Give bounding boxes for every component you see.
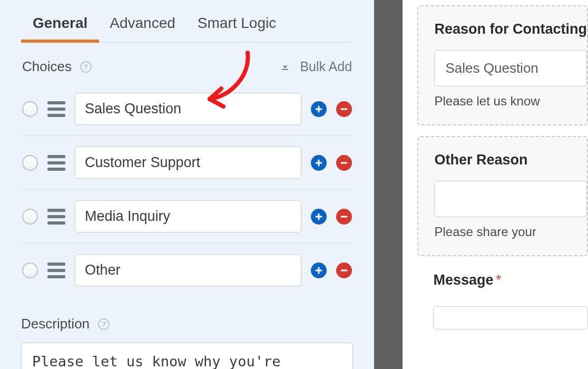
help-icon[interactable]: ? (80, 61, 92, 73)
remove-choice-button[interactable] (336, 101, 352, 117)
preview-hint: Please let us know (434, 94, 587, 109)
download-icon (280, 61, 290, 73)
field-options-panel: General Advanced Smart Logic Choices ? B… (0, 0, 374, 369)
required-star-icon: * (496, 272, 502, 288)
choice-list (21, 82, 353, 297)
choice-row (21, 190, 353, 244)
choices-label: Choices (22, 59, 72, 75)
choice-input[interactable] (75, 254, 301, 286)
default-radio[interactable] (22, 155, 38, 171)
choice-row (21, 82, 353, 136)
add-choice-button[interactable] (311, 155, 327, 171)
preview-dropdown[interactable] (434, 50, 587, 86)
form-preview-panel: Reason for Contacting Please let us know… (403, 0, 588, 369)
default-radio[interactable] (22, 101, 38, 117)
remove-choice-button[interactable] (336, 155, 352, 171)
add-choice-button[interactable] (311, 263, 327, 278)
tab-general[interactable]: General (33, 5, 87, 42)
choices-header: Choices ? Bulk Add (21, 59, 353, 75)
preview-field-reason[interactable]: Reason for Contacting Please let us know (417, 5, 588, 125)
drag-handle-icon[interactable] (47, 155, 65, 171)
remove-choice-button[interactable] (336, 209, 352, 225)
description-header: Description ? (21, 316, 353, 332)
description-textarea[interactable] (21, 343, 353, 369)
drag-handle-icon[interactable] (47, 263, 65, 278)
drag-handle-icon[interactable] (47, 209, 65, 225)
preview-title: Other Reason (434, 152, 587, 168)
preview-title: Reason for Contacting (434, 21, 587, 37)
preview-text-input[interactable] (434, 181, 587, 217)
default-radio[interactable] (22, 209, 38, 225)
tab-advanced[interactable]: Advanced (110, 5, 175, 42)
choice-input[interactable] (75, 93, 301, 125)
bulk-add-label: Bulk Add (300, 59, 352, 74)
bulk-add-button[interactable]: Bulk Add (280, 59, 352, 74)
description-label: Description (21, 316, 90, 332)
preview-hint: Please share your (434, 225, 587, 239)
preview-field-other[interactable]: Other Reason Please share your (417, 136, 588, 256)
add-choice-button[interactable] (311, 101, 327, 117)
remove-choice-button[interactable] (336, 263, 352, 278)
help-icon[interactable]: ? (98, 318, 110, 330)
choice-input[interactable] (75, 147, 301, 179)
preview-message-textarea[interactable] (433, 306, 588, 329)
drag-handle-icon[interactable] (47, 101, 65, 117)
choice-row (21, 244, 353, 297)
preview-message-label: Message (433, 272, 493, 288)
default-radio[interactable] (22, 263, 38, 278)
choice-row (21, 136, 353, 190)
tabs-bar: General Advanced Smart Logic (21, 5, 353, 43)
choice-input[interactable] (75, 200, 301, 232)
panel-divider (374, 0, 403, 369)
add-choice-button[interactable] (311, 209, 327, 225)
tab-smart-logic[interactable]: Smart Logic (198, 5, 276, 42)
